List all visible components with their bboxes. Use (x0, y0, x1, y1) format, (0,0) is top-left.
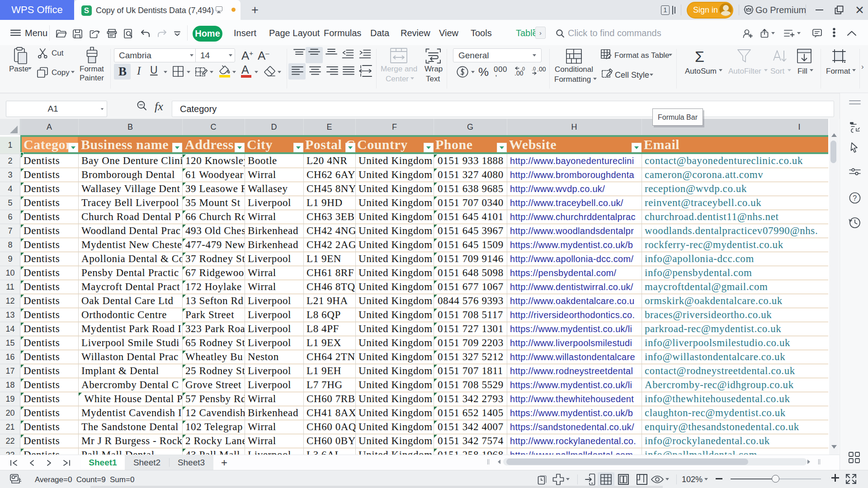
svg-text:.0: .0 (532, 66, 536, 71)
svg-text:?: ? (853, 194, 857, 202)
svg-text:.00: .00 (537, 66, 546, 73)
svg-text:.0: .0 (521, 66, 525, 71)
